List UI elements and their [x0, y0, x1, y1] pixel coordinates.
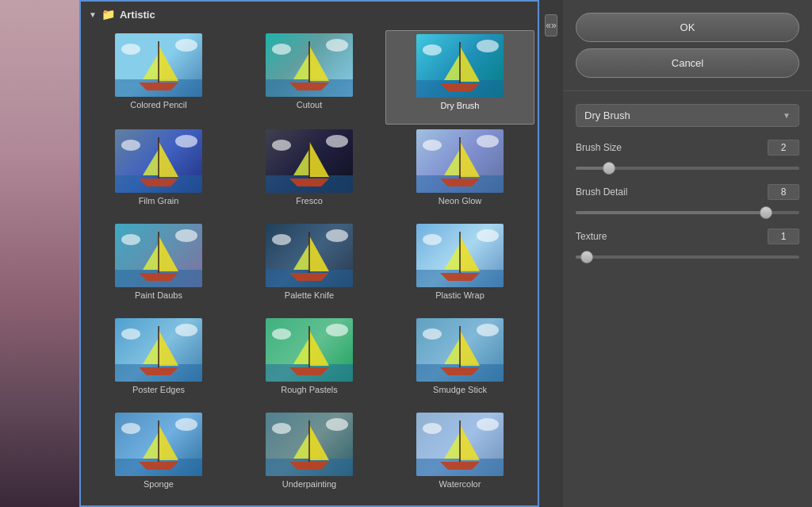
controls-body: Dry Brush ▼ Brush Size 2 Brush Detail 8: [563, 98, 812, 507]
filter-thumb-dry-brush: [416, 34, 504, 98]
texture-thumb[interactable]: [580, 251, 593, 263]
filter-name-sponge: Sponge: [144, 479, 174, 489]
svg-point-48: [175, 229, 197, 242]
brush-detail-fill: [576, 211, 766, 214]
svg-point-68: [121, 328, 140, 340]
svg-marker-72: [309, 330, 329, 366]
filter-name-film-grain: Film Grain: [139, 196, 179, 205]
filter-item-poster-edges[interactable]: Poster Edges: [84, 315, 233, 408]
ok-button[interactable]: OK: [576, 13, 799, 42]
svg-point-76: [326, 324, 348, 336]
filter-item-colored-pencil[interactable]: Colored Pencil: [84, 30, 233, 125]
svg-marker-24: [143, 149, 159, 175]
svg-point-96: [272, 423, 291, 434]
filter-grid: Colored Pencil Cutout: [81, 27, 538, 505]
svg-marker-23: [159, 141, 178, 177]
svg-point-82: [423, 328, 442, 340]
collapse-triangle-icon[interactable]: ▼: [89, 10, 97, 19]
svg-marker-45: [143, 244, 159, 270]
filter-type-dropdown[interactable]: Dry Brush ▼: [576, 104, 799, 127]
svg-marker-2: [159, 45, 178, 81]
svg-marker-65: [159, 330, 178, 366]
svg-marker-51: [309, 236, 329, 271]
filter-item-watercolor[interactable]: Watercolor: [385, 409, 534, 502]
svg-point-55: [326, 229, 348, 242]
filter-thumb-colored-pencil: [115, 33, 202, 97]
filter-item-paint-daubs[interactable]: Paint Daubs: [84, 221, 233, 313]
filter-thumb-cutout: [266, 33, 353, 97]
filter-item-sponge[interactable]: Sponge: [84, 409, 233, 502]
filter-item-underpainting[interactable]: Underpainting: [235, 409, 384, 502]
svg-marker-58: [460, 236, 480, 271]
svg-point-33: [272, 140, 291, 151]
svg-marker-3: [143, 53, 159, 79]
filter-name-palette-knife: Palette Knife: [285, 290, 334, 300]
filter-name-rough-pastels: Rough Pastels: [281, 385, 338, 394]
filter-item-cutout[interactable]: Cutout: [235, 30, 384, 125]
filter-name-neon-glow: Neon Glow: [439, 196, 481, 205]
svg-point-41: [477, 135, 499, 148]
collapse-panel-button[interactable]: «»: [545, 14, 557, 36]
svg-point-83: [477, 324, 499, 336]
svg-point-61: [423, 234, 442, 245]
svg-marker-101: [444, 432, 460, 459]
svg-marker-52: [293, 244, 309, 270]
filter-thumb-underpainting: [266, 413, 353, 476]
svg-marker-100: [460, 424, 480, 460]
filter-item-palette-knife[interactable]: Palette Knife: [235, 221, 384, 313]
brush-size-label: Brush Size: [576, 142, 768, 153]
svg-point-40: [423, 140, 442, 151]
svg-point-54: [272, 234, 291, 245]
svg-marker-17: [444, 54, 460, 80]
double-chevron-icon: «»: [546, 20, 556, 31]
svg-marker-9: [309, 45, 329, 81]
texture-label: Texture: [576, 231, 768, 242]
brush-detail-input[interactable]: 8: [768, 184, 799, 200]
controls-top: OK Cancel: [563, 0, 812, 84]
filter-thumb-palette-knife: [266, 224, 353, 287]
brush-detail-track: [576, 211, 799, 214]
svg-marker-87: [143, 432, 159, 459]
svg-marker-73: [293, 338, 309, 364]
filter-item-rough-pastels[interactable]: Rough Pastels: [235, 315, 384, 408]
filter-item-fresco[interactable]: Fresco: [235, 126, 384, 219]
filter-name-poster-edges: Poster Edges: [132, 385, 185, 394]
filter-thumb-plastic-wrap: [416, 224, 504, 287]
svg-point-26: [121, 140, 140, 151]
filter-thumb-smudge-stick: [416, 318, 504, 382]
filter-thumb-fresco: [266, 129, 353, 193]
brush-size-row: Brush Size 2: [576, 140, 799, 156]
cancel-button[interactable]: Cancel: [576, 48, 799, 78]
svg-point-90: [175, 418, 197, 431]
filter-thumb-film-grain: [115, 129, 202, 193]
texture-input[interactable]: 1: [768, 229, 799, 244]
dropdown-arrow-icon: ▼: [783, 111, 791, 120]
filter-dropdown-label: Dry Brush: [584, 109, 630, 121]
filter-thumb-paint-daubs: [115, 224, 202, 287]
svg-point-89: [121, 423, 140, 434]
filter-item-film-grain[interactable]: Film Grain: [84, 126, 233, 219]
filter-thumb-poster-edges: [115, 318, 202, 382]
svg-marker-66: [143, 338, 159, 364]
brush-size-thumb[interactable]: [603, 162, 615, 175]
brush-detail-label: Brush Detail: [576, 186, 768, 198]
filter-item-smudge-stick[interactable]: Smudge Stick: [385, 315, 534, 408]
svg-marker-93: [309, 424, 329, 460]
texture-row: Texture 1: [576, 229, 799, 244]
svg-point-47: [121, 234, 140, 245]
filter-item-plastic-wrap[interactable]: Plastic Wrap: [385, 221, 534, 313]
svg-point-103: [423, 423, 442, 434]
brush-detail-row: Brush Detail 8: [576, 184, 799, 200]
svg-point-27: [175, 135, 197, 148]
filter-item-dry-brush[interactable]: Dry Brush: [385, 30, 534, 125]
texture-track: [576, 255, 799, 259]
brush-detail-thumb[interactable]: [760, 206, 772, 219]
brush-size-track: [576, 167, 799, 170]
svg-marker-94: [293, 432, 309, 459]
filter-thumb-watercolor: [416, 413, 504, 476]
texture-slider-row: [576, 255, 799, 259]
svg-point-13: [326, 39, 348, 52]
brush-size-input[interactable]: 2: [768, 140, 799, 156]
svg-point-20: [477, 40, 499, 52]
filter-item-neon-glow[interactable]: Neon Glow: [385, 126, 534, 219]
